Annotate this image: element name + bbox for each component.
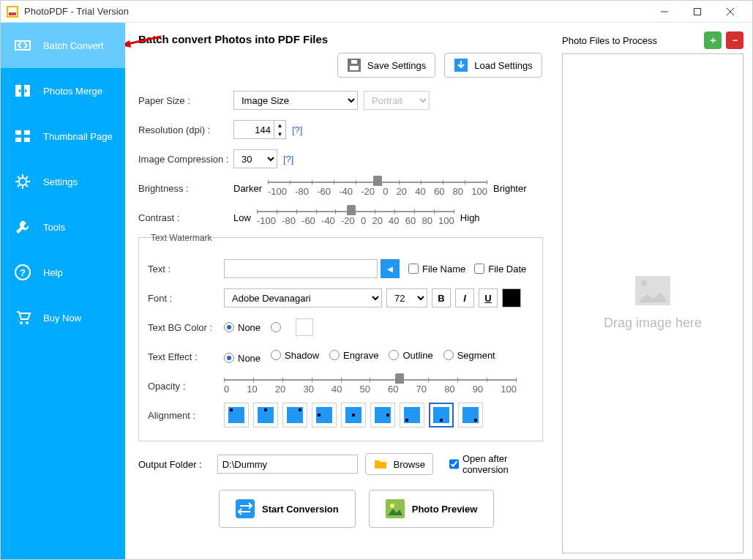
effect-radio-shadow[interactable]: Shadow	[271, 350, 319, 361]
wm-filedate-check[interactable]: File Date	[474, 264, 526, 275]
bgcolor-color-radio[interactable]	[271, 322, 281, 332]
opacity-ticks: 0102030405060708090100	[224, 384, 517, 395]
svg-line-19	[18, 176, 20, 179]
font-color-swatch[interactable]	[502, 288, 521, 307]
effect-radio-engrave[interactable]: Engrave	[329, 350, 378, 361]
alignment-option-5[interactable]	[370, 403, 395, 428]
alignment-option-7[interactable]	[429, 403, 454, 428]
italic-button[interactable]: I	[455, 288, 474, 307]
svg-point-14	[19, 178, 26, 185]
main-panel: Batch convert Photos into PDF Files Save…	[125, 23, 556, 559]
open-after-check[interactable]: Open after conversion	[449, 453, 543, 475]
photos-merge-icon	[14, 82, 31, 100]
titlebar: PhotoPDF - Trial Version	[1, 1, 752, 23]
alignment-option-3[interactable]	[312, 403, 337, 428]
alignment-option-2[interactable]	[282, 403, 307, 428]
alignment-option-1[interactable]	[253, 403, 278, 428]
sidebar-item-batch-convert[interactable]: Batch Convert	[1, 23, 125, 68]
svg-point-35	[390, 504, 394, 508]
paper-size-select[interactable]: Image Size	[233, 91, 358, 110]
svg-marker-28	[125, 40, 131, 48]
sidebar-item-label: Settings	[43, 176, 78, 187]
photo-preview-button[interactable]: Photo Preview	[369, 490, 495, 528]
sidebar-item-help[interactable]: ? Help	[1, 250, 125, 295]
sidebar-item-thumbnail-page[interactable]: Thumbnail Page	[1, 113, 125, 159]
maximize-button[interactable]	[681, 1, 713, 22]
thumbnail-icon	[14, 127, 31, 145]
wm-effect-label: Text Effect :	[148, 351, 224, 362]
svg-rect-12	[15, 138, 21, 142]
sidebar-item-label: Batch Convert	[43, 40, 103, 51]
remove-file-button[interactable]: －	[726, 31, 743, 49]
compression-select[interactable]: 30	[233, 149, 277, 168]
folder-icon	[373, 457, 388, 471]
save-icon	[347, 58, 361, 72]
alignment-option-0[interactable]	[224, 403, 249, 428]
sidebar: Batch Convert Photos Merge Thumbnail Pag…	[1, 23, 125, 559]
load-settings-button[interactable]: Load Settings	[444, 53, 542, 78]
save-settings-button[interactable]: Save Settings	[337, 53, 435, 78]
wm-opacity-label: Opacity :	[148, 381, 224, 392]
contrast-slider[interactable]: -100-80-60-40-20020406080100	[257, 206, 454, 228]
wm-fontsize-select[interactable]: 72	[386, 288, 427, 307]
browse-button[interactable]: Browse	[365, 453, 433, 475]
effect-radio-segment[interactable]: Segment	[443, 350, 495, 361]
alignment-option-8[interactable]	[458, 403, 483, 428]
svg-rect-7	[15, 41, 30, 50]
close-button[interactable]	[713, 1, 746, 22]
wm-font-select[interactable]: Adobe Devanagari	[224, 288, 382, 307]
svg-line-22	[26, 176, 28, 179]
spin-down[interactable]: ▼	[274, 130, 285, 138]
bgcolor-swatch[interactable]	[296, 318, 313, 336]
svg-rect-13	[24, 138, 30, 142]
brightness-label: Brightness :	[138, 183, 233, 194]
paper-size-label: Paper Size :	[138, 95, 233, 106]
start-conversion-button[interactable]: Start Conversion	[219, 490, 356, 528]
effect-radio-none[interactable]: None	[224, 353, 261, 364]
compression-help[interactable]: [?]	[283, 154, 293, 165]
watermark-group: Text Watermark Text : ◄ File Name File D…	[138, 237, 543, 441]
wm-filename-check[interactable]: File Name	[408, 264, 465, 275]
svg-rect-2	[9, 12, 16, 15]
files-panel: Photo Files to Process ＋ － Drag image he…	[556, 23, 752, 559]
resolution-input[interactable]	[234, 121, 274, 138]
wm-text-input[interactable]	[224, 259, 378, 278]
output-folder-input[interactable]	[217, 455, 358, 474]
wrench-icon	[14, 218, 31, 236]
sidebar-item-label: Buy Now	[43, 313, 81, 324]
sidebar-item-settings[interactable]: Settings	[1, 159, 125, 204]
minimize-button[interactable]	[648, 1, 681, 22]
spin-up[interactable]: ▲	[274, 121, 285, 130]
sidebar-item-buy-now[interactable]: Buy Now	[1, 295, 125, 340]
page-title: Batch convert Photos into PDF Files	[138, 33, 543, 45]
contrast-label: Contrast :	[138, 212, 233, 223]
sidebar-item-photos-merge[interactable]: Photos Merge	[1, 68, 125, 113]
add-file-button[interactable]: ＋	[704, 31, 722, 49]
underline-button[interactable]: U	[479, 288, 498, 307]
wm-insert-button[interactable]: ◄	[381, 259, 400, 278]
contrast-max-label: High	[460, 212, 480, 223]
window-title: PhotoPDF - Trial Version	[24, 6, 648, 17]
brightness-slider[interactable]: -100-80-60-40-20020406080100	[268, 177, 487, 199]
sidebar-item-tools[interactable]: Tools	[1, 204, 125, 250]
load-icon	[454, 58, 468, 72]
bgcolor-none-radio[interactable]: None	[224, 322, 261, 333]
button-label: Save Settings	[367, 60, 426, 71]
effect-radio-outline[interactable]: Outline	[389, 350, 432, 361]
compression-label: Image Compression :	[138, 154, 233, 165]
resolution-stepper[interactable]: ▲▼	[233, 120, 286, 139]
svg-point-25	[20, 321, 23, 324]
resolution-help[interactable]: [?]	[292, 124, 302, 135]
sidebar-item-label: Photos Merge	[43, 86, 102, 97]
drop-zone[interactable]: Drag image here	[562, 53, 743, 553]
alignment-option-4[interactable]	[341, 403, 366, 428]
annotation-arrow	[125, 34, 165, 49]
bold-button[interactable]: B	[432, 288, 451, 307]
drop-hint: Drag image here	[604, 316, 702, 331]
wm-font-label: Font :	[148, 293, 224, 304]
opacity-slider[interactable]: 0102030405060708090100	[224, 375, 517, 397]
alignment-option-6[interactable]	[400, 403, 424, 428]
svg-line-21	[18, 184, 20, 187]
svg-rect-33	[236, 499, 255, 518]
convert-icon	[236, 499, 255, 518]
